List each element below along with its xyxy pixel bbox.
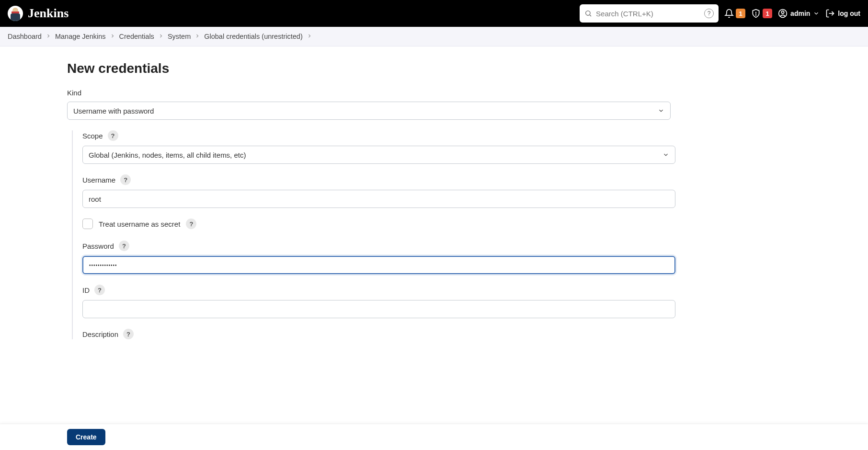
main-content: New credentials Kind Username with passw… [0, 46, 709, 402]
chevron-right-icon [110, 33, 115, 40]
header-right: ? 1 1 admin log out [580, 4, 860, 23]
kind-select[interactable]: Username with password [67, 102, 671, 120]
help-icon[interactable]: ? [94, 285, 105, 295]
password-label: Password [82, 242, 114, 250]
brand-name: Jenkins [28, 6, 69, 21]
breadcrumb: Dashboard Manage Jenkins Credentials Sys… [0, 27, 868, 46]
breadcrumb-item[interactable]: System [168, 33, 191, 40]
help-icon[interactable]: ? [123, 329, 134, 339]
notification-badge: 1 [736, 9, 745, 18]
chevron-down-icon [658, 107, 664, 114]
help-icon[interactable]: ? [119, 241, 129, 251]
svg-line-1 [590, 15, 591, 16]
chevron-right-icon [194, 33, 200, 40]
search-icon [584, 10, 592, 17]
security-badge: 1 [763, 9, 772, 18]
svg-point-5 [781, 11, 784, 13]
id-label: ID [82, 286, 90, 294]
password-field[interactable] [82, 256, 675, 274]
search-help-icon[interactable]: ? [704, 9, 714, 18]
search-input[interactable] [596, 10, 700, 18]
username-field[interactable] [82, 190, 675, 208]
header: Jenkins ? 1 1 admin [0, 0, 868, 27]
chevron-right-icon [46, 33, 51, 40]
security-button[interactable]: 1 [751, 9, 772, 18]
id-field[interactable] [82, 300, 675, 318]
breadcrumb-item[interactable]: Manage Jenkins [55, 33, 106, 40]
scope-value: Global (Jenkins, nodes, items, all child… [89, 151, 246, 159]
user-icon [778, 9, 788, 18]
svg-point-3 [756, 15, 756, 15]
logout-label: log out [838, 10, 860, 17]
svg-point-0 [586, 11, 590, 15]
treat-secret-label: Treat username as secret [99, 220, 180, 228]
chevron-right-icon [158, 33, 164, 40]
chevron-down-icon [813, 10, 820, 17]
breadcrumb-item[interactable]: Credentials [119, 33, 154, 40]
user-menu[interactable]: admin [778, 9, 820, 18]
logout-icon [825, 9, 835, 18]
username-label: Username [82, 176, 115, 184]
breadcrumb-item[interactable]: Global credentials (unrestricted) [204, 33, 303, 40]
shield-icon [751, 9, 761, 18]
chevron-right-icon [307, 33, 312, 40]
scope-label: Scope [82, 132, 103, 140]
description-label: Description [82, 330, 118, 338]
brand-link[interactable]: Jenkins [8, 6, 69, 21]
scope-select[interactable]: Global (Jenkins, nodes, items, all child… [82, 146, 675, 164]
help-icon[interactable]: ? [108, 130, 118, 141]
breadcrumb-item[interactable]: Dashboard [8, 33, 42, 40]
chevron-down-icon [662, 151, 669, 158]
logout-link[interactable]: log out [825, 9, 860, 18]
help-icon[interactable]: ? [120, 174, 131, 185]
kind-label: Kind [67, 89, 81, 97]
notifications-button[interactable]: 1 [724, 9, 745, 18]
kind-value: Username with password [73, 107, 154, 115]
jenkins-logo-icon [8, 6, 23, 21]
bell-icon [724, 9, 734, 18]
user-name: admin [790, 10, 810, 17]
treat-secret-checkbox[interactable] [82, 219, 93, 229]
search-box[interactable]: ? [580, 4, 719, 23]
page-title: New credentials [67, 61, 709, 76]
help-icon[interactable]: ? [186, 219, 196, 229]
